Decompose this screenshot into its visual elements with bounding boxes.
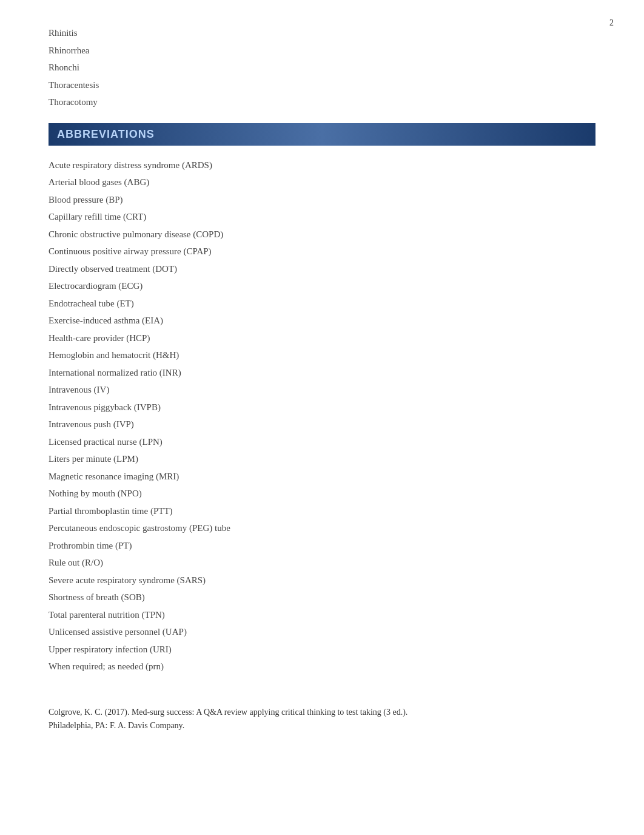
abbreviation-item: Chronic obstructive pulmonary disease (C… [49, 226, 595, 243]
intro-list-item: Thoracentesis [49, 76, 595, 94]
citation-line1: Colgrove, K. C. (2017). Med-surg success… [49, 706, 595, 719]
abbreviation-item: Blood pressure (BP) [49, 191, 595, 209]
abbreviation-item: Upper respiratory infection (URI) [49, 641, 595, 658]
abbreviation-item: Intravenous piggyback (IVPB) [49, 399, 595, 416]
intro-list: RhinitisRhinorrheaRhonchiThoracentesisTh… [49, 24, 595, 111]
abbreviation-item: Nothing by mouth (NPO) [49, 485, 595, 502]
section-header: ABBREVIATIONS [49, 123, 595, 146]
abbreviation-item: Intravenous (IV) [49, 381, 595, 399]
abbreviation-item: Acute respiratory distress syndrome (ARD… [49, 157, 595, 174]
abbreviation-item: Rule out (R/O) [49, 554, 595, 572]
footer-citation: Colgrove, K. C. (2017). Med-surg success… [49, 706, 595, 733]
abbreviation-item: Directly observed treatment (DOT) [49, 260, 595, 278]
abbreviation-item: Hemoglobin and hematocrit (H&H) [49, 347, 595, 364]
intro-list-item: Rhinorrhea [49, 42, 595, 59]
intro-list-item: Rhinitis [49, 24, 595, 42]
abbreviation-item: International normalized ratio (INR) [49, 364, 595, 382]
abbreviation-item: Endotracheal tube (ET) [49, 295, 595, 313]
page-container: 2 RhinitisRhinorrheaRhonchiThoracentesis… [0, 0, 644, 769]
abbreviation-item: Licensed practical nurse (LPN) [49, 433, 595, 451]
abbreviation-item: Exercise-induced asthma (EIA) [49, 312, 595, 330]
abbreviation-item: Health-care provider (HCP) [49, 330, 595, 347]
abbreviation-item: Unlicensed assistive personnel (UAP) [49, 623, 595, 641]
abbreviation-item: Partial thromboplastin time (PTT) [49, 502, 595, 520]
intro-list-item: Rhonchi [49, 59, 595, 76]
abbreviation-item: Shortness of breath (SOB) [49, 589, 595, 606]
abbreviation-item: Total parenteral nutrition (TPN) [49, 606, 595, 624]
citation-line2: Philadelphia, PA: F. A. Davis Company. [49, 719, 595, 732]
page-number: 2 [609, 18, 614, 28]
abbreviation-item: Continuous positive airway pressure (CPA… [49, 243, 595, 260]
abbreviation-item: When required; as needed (prn) [49, 658, 595, 675]
abbreviation-item: Prothrombin time (PT) [49, 537, 595, 555]
abbreviation-item: Percutaneous endoscopic gastrostomy (PEG… [49, 519, 595, 537]
abbreviation-item: Intravenous push (IVP) [49, 416, 595, 433]
section-title: ABBREVIATIONS [57, 128, 587, 141]
abbreviation-item: Severe acute respiratory syndrome (SARS) [49, 572, 595, 589]
abbreviation-item: Arterial blood gases (ABG) [49, 174, 595, 191]
abbreviations-list: Acute respiratory distress syndrome (ARD… [49, 157, 595, 675]
abbreviation-item: Liters per minute (LPM) [49, 450, 595, 468]
intro-list-item: Thoracotomy [49, 93, 595, 111]
abbreviation-item: Capillary refill time (CRT) [49, 208, 595, 226]
abbreviation-item: Magnetic resonance imaging (MRI) [49, 468, 595, 485]
abbreviation-item: Electrocardiogram (ECG) [49, 277, 595, 295]
